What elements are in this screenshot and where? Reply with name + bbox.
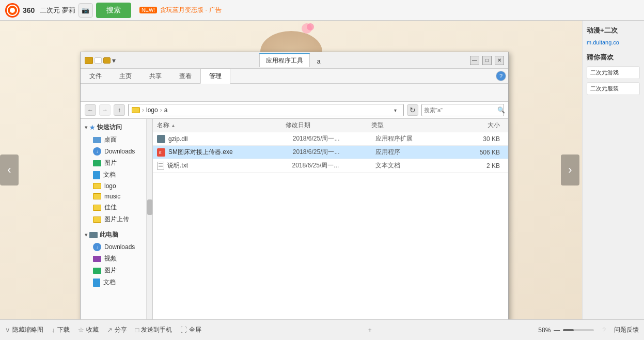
nav-label-docs-quick: 文档 (103, 171, 116, 179)
zoom-minus-btn[interactable]: — (554, 327, 560, 334)
minimize-button[interactable]: — (470, 56, 479, 65)
zoom-bar-fill (563, 329, 574, 331)
nav-item-docs-quick[interactable]: 文档 ◀ (81, 169, 152, 181)
left-nav-scrollbar[interactable] (146, 119, 152, 320)
ribbon-tab-share[interactable]: 共享 (140, 69, 170, 83)
window-controls: — □ ✕ (470, 56, 504, 65)
nav-item-pictures-quick[interactable]: 图片 ◀ (81, 157, 152, 169)
forward-button[interactable]: → (99, 104, 111, 116)
camera-button[interactable]: 📷 (78, 3, 93, 18)
col-header-size[interactable]: 大小 (457, 121, 504, 130)
quick-access-arrow[interactable]: ▾ (112, 56, 116, 65)
ribbon-tab-manage[interactable]: 管理 (200, 69, 230, 84)
sidebar-card-1[interactable]: 二次元服装 (587, 82, 640, 95)
back-button[interactable]: ← (85, 104, 96, 116)
sidebar-link[interactable]: m.duitang.co (587, 39, 640, 45)
nav-item-image-pc[interactable]: 图片 (81, 265, 152, 276)
fullscreen-icon: ⛶ (180, 326, 187, 334)
zoom-value: 58% (538, 327, 551, 334)
feedback-btn[interactable]: 问题反馈 (614, 326, 639, 334)
tab-name: a (311, 56, 327, 67)
nav-item-video-pc[interactable]: 视频 (81, 253, 152, 265)
search-button[interactable]: 搜索 (96, 3, 131, 18)
image-icon-pc (93, 268, 101, 274)
logo-area: 360 (5, 3, 35, 18)
sidebar-section: 猜你喜欢 二次元游戏 二次元服装 (587, 53, 640, 95)
fullscreen-btn[interactable]: ⛶ 全屏 (180, 326, 201, 334)
bottom-toolbar: ∨ 隐藏缩略图 ↓ 下载 ☆ 收藏 ↗ 分享 □ 发送到手机 ⛶ 全屏 + 58… (0, 319, 644, 340)
download-btn[interactable]: ↓ 下载 (52, 326, 70, 334)
breadcrumb-part-a[interactable]: a (164, 106, 168, 114)
nav-item-downloads-pc[interactable]: ↓ Downloads (81, 241, 152, 253)
ad-text: 贪玩蓝月变态版 - 广告 (160, 6, 222, 14)
send-to-phone-btn[interactable]: □ 发送到手机 (135, 326, 172, 334)
send-to-phone-label: 发送到手机 (141, 326, 172, 334)
refresh-button[interactable]: ↻ (407, 104, 418, 116)
svg-text:E: E (159, 151, 162, 154)
collect-btn[interactable]: ☆ 收藏 (78, 326, 99, 334)
share-btn[interactable]: ↗ 分享 (107, 326, 127, 334)
file-list-header: 名称 ▲ 修改日期 类型 大小 (153, 119, 508, 132)
icon-yellow2 (103, 57, 111, 64)
ribbon: 文件 主页 共享 查看 管理 ? (81, 69, 508, 102)
breadcrumb-dropdown[interactable]: ▾ (390, 105, 400, 115)
nav-arrow-left[interactable]: ‹ (0, 154, 19, 186)
nav-label-doc-pc: 文档 (103, 278, 116, 287)
file-row-2[interactable]: 说明.txt 2018/6/25/周一... 文本文档 2 KB (153, 159, 508, 173)
ribbon-content (81, 84, 508, 101)
separator: ? (602, 327, 606, 334)
close-button[interactable]: ✕ (495, 56, 504, 65)
up-button[interactable]: ↑ (114, 104, 125, 116)
maximize-button[interactable]: □ (482, 56, 492, 65)
nav-item-music[interactable]: music (81, 191, 152, 202)
col-header-name[interactable]: 名称 ▲ (157, 121, 286, 130)
title-bar-icons: ▾ (85, 56, 116, 65)
sidebar-section-label: 猜你喜欢 (587, 53, 640, 62)
quick-access-header[interactable]: ▾ ★ 快速访问 (81, 121, 152, 134)
nav-item-logo[interactable]: logo (81, 181, 152, 191)
col-header-date[interactable]: 修改日期 (286, 121, 371, 130)
search-box[interactable]: 🔍 (421, 104, 504, 116)
star-icon: ★ (89, 124, 95, 131)
help-button[interactable]: ? (496, 71, 506, 81)
search-area: 二次元 夢莉 📷 搜索 NEW! 贪玩蓝月变态版 - 广告 (40, 3, 246, 18)
nav-arrow-right[interactable]: › (561, 154, 579, 186)
col-header-type[interactable]: 类型 (371, 121, 457, 130)
nav-item-jiajia[interactable]: 佳佳 (81, 202, 152, 213)
nav-label-logo: logo (104, 182, 116, 190)
file-row-1[interactable]: E SM图床对接上传器.exe 2018/6/25/周一... 应用程序 506… (153, 146, 508, 159)
zoom-controls: 58% — (538, 327, 594, 334)
left-nav: ▾ ★ 快速访问 桌面 ◀ ↓ Downloads ◀ 图片 ◀ 文档 (81, 119, 153, 320)
breadcrumb-part-logo[interactable]: logo (146, 106, 158, 114)
file-date-1: 2018/6/25/周一... (293, 148, 376, 157)
file-size-2: 2 KB (459, 162, 505, 169)
sidebar-card-0[interactable]: 二次元游戏 (587, 66, 640, 79)
breadcrumb-bar[interactable]: › logo › a ▾ (128, 104, 404, 116)
left-nav-scrollbar-thumb (147, 199, 152, 215)
360-logo (5, 3, 20, 18)
title-tabs: 应用程序工具 a (259, 53, 327, 67)
star-icon-bottom: ☆ (78, 326, 84, 334)
dll-icon (157, 135, 165, 143)
nav-item-upload[interactable]: 图片上传 (81, 213, 152, 225)
ribbon-tab-home[interactable]: 主页 (111, 69, 140, 83)
search-input[interactable] (424, 107, 495, 113)
breadcrumb-folder-icon (132, 107, 140, 113)
phone-icon: □ (135, 326, 139, 334)
file-name-0: gzip.dll (168, 135, 293, 143)
site-name: 360 (23, 6, 35, 14)
hide-thumbnails-btn[interactable]: ∨ 隐藏缩略图 (5, 326, 43, 334)
nav-item-downloads-quick[interactable]: ↓ Downloads ◀ (81, 146, 152, 157)
ribbon-tab-view[interactable]: 查看 (170, 69, 200, 83)
file-type-1: 应用程序 (375, 148, 459, 157)
pc-header[interactable]: ▾ 此电脑 (81, 228, 152, 241)
nav-item-doc-pc[interactable]: 文档 (81, 276, 152, 288)
share-icon: ↗ (107, 326, 113, 334)
nav-label-downloads-quick: Downloads (104, 148, 135, 155)
ribbon-tab-file[interactable]: 文件 (81, 69, 111, 83)
nav-label-desktop: 桌面 (104, 135, 117, 144)
file-row-0[interactable]: gzip.dll 2018/6/25/周一... 应用程序扩展 30 KB (153, 132, 508, 146)
logo-folder-icon (93, 183, 101, 189)
title-tab-active[interactable]: 应用程序工具 (259, 53, 310, 67)
nav-item-desktop[interactable]: 桌面 ◀ (81, 134, 152, 146)
